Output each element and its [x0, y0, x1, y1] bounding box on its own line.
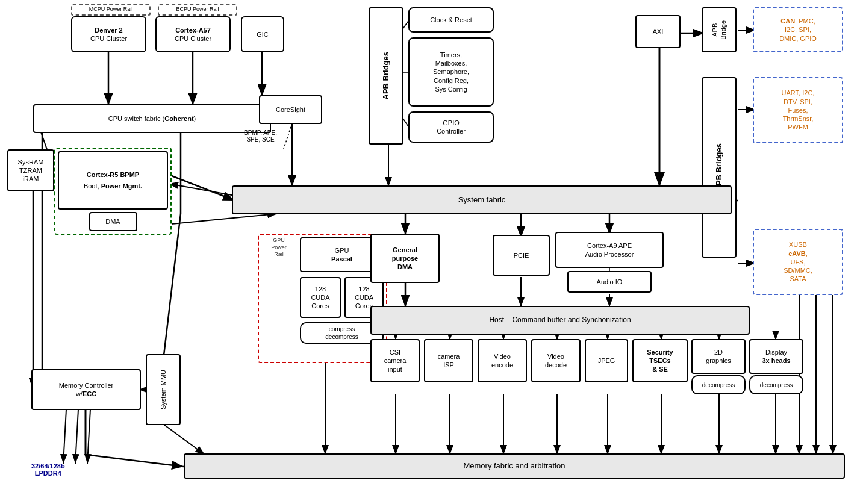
svg-line-51	[164, 425, 205, 455]
memory-fabric-label: Memory fabric and arbitration	[463, 461, 565, 471]
cortexa57-sublabel: CPU Cluster	[175, 34, 211, 43]
system-fabric-label: System fabric	[458, 195, 506, 205]
svg-line-52	[164, 214, 181, 355]
svg-line-46	[86, 455, 184, 467]
gpio-ctrl-box: GPIOController	[408, 111, 494, 143]
security-box: SecurityTSECs& SE	[632, 339, 688, 382]
mcpu-rail-label: MCPU Power Rail	[89, 6, 133, 13]
xusb-box: XUSBeAVB,UFS,SD/MMC,SATA	[753, 229, 843, 295]
host-cmd-label: Host Command buffer and Synchonization	[489, 316, 631, 325]
pcie-box: PCIE	[493, 235, 550, 276]
audio-io-box: Audio IO	[567, 271, 652, 293]
cortex-a9-box: Cortex-A9 APEAudio Processor	[555, 232, 664, 268]
audio-io-label: Audio IO	[597, 278, 623, 286]
cuda1-box: 128CUDACores	[300, 277, 341, 318]
gpu-power-rail-box: GPUPowerRail GPUPascal 128CUDACores 128C…	[258, 234, 387, 363]
mcpu-power-rail: MCPU Power Rail	[71, 4, 151, 16]
axi-label: AXI	[653, 27, 664, 36]
gpio-ctrl-label: GPIOController	[437, 119, 466, 136]
coresight-box: CoreSight	[259, 95, 322, 124]
gic-box: GIC	[241, 16, 284, 52]
decompress-2d-box: decompress	[691, 375, 746, 394]
timers-box: Timers,Mailboxes,Semaphore,Config Reg,Sy…	[408, 37, 494, 107]
cortex-r5-inner: Cortex-R5 BPMP Boot, Power Mgmt.	[58, 151, 168, 210]
svg-line-47	[63, 409, 66, 464]
svg-line-7	[169, 175, 235, 201]
csi-label: CSIcamerainput	[384, 348, 407, 374]
cortexa57-box: Cortex-A57 CPU Cluster	[155, 16, 231, 52]
pcie-label: PCIE	[514, 251, 529, 260]
apb-bridges-top: APB Bridges	[369, 7, 403, 145]
decompress-disp-label: decompress	[760, 381, 793, 389]
lpddr4-group: 32/64/128bLPDDR4	[31, 462, 65, 477]
bpmp-label: BPMP, APE,SPE, SCE	[226, 129, 295, 143]
block-diagram: MCPU Power Rail BCPU Power Rail Denver 2…	[0, 0, 863, 504]
graphics-2d-group: 2Dgraphics decompress	[691, 339, 746, 394]
sysram-box: SysRAMTZRAMiRAM	[7, 149, 54, 191]
can-pmc-box: CAN, PMC,I2C, SPI,DMIC, GPIO	[753, 7, 843, 52]
lpddr4-label: 32/64/128bLPDDR4	[31, 462, 65, 477]
memory-fabric-box: Memory fabric and arbitration	[184, 453, 845, 479]
denver2-sublabel: CPU Cluster	[90, 34, 127, 43]
bcpu-power-rail: BCPU Power Rail	[158, 4, 237, 16]
cortex-a9-label: Cortex-A9 APEAudio Processor	[585, 241, 634, 259]
memory-ctrl-box: Memory Controllerw/ECC	[31, 369, 141, 410]
memory-ctrl-label: Memory Controllerw/ECC	[59, 381, 113, 399]
jpeg-box: JPEG	[585, 339, 628, 382]
dma-small-label: DMA	[105, 217, 120, 226]
coresight-label: CoreSight	[276, 105, 305, 114]
clock-reset-label: Clock & Reset	[430, 16, 472, 24]
apb-bridges-top-label: APB Bridges	[381, 52, 391, 99]
uart-i2c-box: UART, I2C,DTV, SPI,Fuses,ThrmSnsr,PWFM	[753, 77, 843, 143]
svg-line-49	[87, 409, 90, 464]
decompress-disp-box: decompress	[749, 375, 803, 394]
apb-bridges-right2-label: APB Bridges	[714, 143, 724, 191]
cpu-switch-label: CPU switch fabric (Coherent)	[108, 114, 196, 123]
apb-bridge-right-top-label: APBBridge	[711, 20, 728, 40]
gpu-rail-label: GPUPowerRail	[261, 237, 296, 258]
graphics-2d-label: 2Dgraphics	[706, 348, 731, 366]
xusb-label: XUSBeAVB,UFS,SD/MMC,SATA	[784, 240, 812, 283]
uart-i2c-label: UART, I2C,DTV, SPI,Fuses,ThrmSnsr,PWFM	[782, 89, 815, 131]
bcpu-rail-label: BCPU Power Rail	[176, 6, 219, 13]
axi-box: AXI	[635, 15, 681, 48]
video-encode-label: Videoencode	[491, 352, 513, 370]
camera-isp-box: cameraISP	[424, 339, 473, 382]
sysram-label: SysRAMTZRAMiRAM	[18, 158, 44, 184]
display-heads-group: Display3x heads decompress	[749, 339, 803, 394]
general-dma-label: GeneralpurposeDMA	[392, 246, 418, 272]
system-mmu-label: System MMU	[159, 370, 167, 409]
svg-line-48	[75, 409, 78, 464]
cpu-switch-fabric: CPU switch fabric (Coherent)	[33, 104, 271, 133]
display-heads-label: Display3x heads	[762, 348, 790, 366]
csi-box: CSIcamerainput	[370, 339, 420, 382]
decompress-2d-label: decompress	[702, 381, 735, 389]
can-pmc-label: CAN, PMC,I2C, SPI,DMIC, GPIO	[779, 17, 817, 43]
graphics-2d-box: 2Dgraphics	[691, 339, 746, 374]
cortex-r5-label: Cortex-R5 BPMP	[87, 170, 139, 179]
jpeg-label: JPEG	[598, 356, 615, 365]
general-dma-box: GeneralpurposeDMA	[370, 234, 440, 283]
display-heads-box: Display3x heads	[749, 339, 803, 374]
denver2-box: Denver 2 CPU Cluster	[71, 16, 146, 52]
video-decode-box: Videodecode	[531, 339, 581, 382]
camera-isp-label: cameraISP	[438, 352, 460, 370]
dma-small-box: DMA	[89, 212, 137, 231]
security-label: SecurityTSECs& SE	[647, 348, 673, 374]
compress-label: compressdecompress	[325, 325, 358, 341]
cortex-r5-sublabel: Boot, Power Mgmt.	[84, 182, 142, 190]
host-cmd-box: Host Command buffer and Synchonization	[370, 306, 750, 335]
svg-line-8	[169, 184, 235, 196]
gic-label: GIC	[257, 30, 269, 39]
gpu-pascal-label: GPUPascal	[331, 246, 352, 264]
cortexa57-label: Cortex-A57	[175, 26, 211, 34]
cuda1-label: 128CUDACores	[311, 285, 329, 311]
apb-bridges-right2: APB Bridges	[702, 77, 737, 258]
system-mmu-box: System MMU	[146, 354, 181, 425]
cortex-r5-outer: Cortex-R5 BPMP Boot, Power Mgmt. DMA	[54, 148, 172, 235]
apb-bridge-right-top: APBBridge	[702, 7, 737, 52]
video-encode-box: Videoencode	[478, 339, 527, 382]
denver2-label: Denver 2	[95, 26, 122, 34]
video-decode-label: Videodecode	[545, 352, 567, 370]
timers-label: Timers,Mailboxes,Semaphore,Config Reg,Sy…	[433, 51, 469, 93]
